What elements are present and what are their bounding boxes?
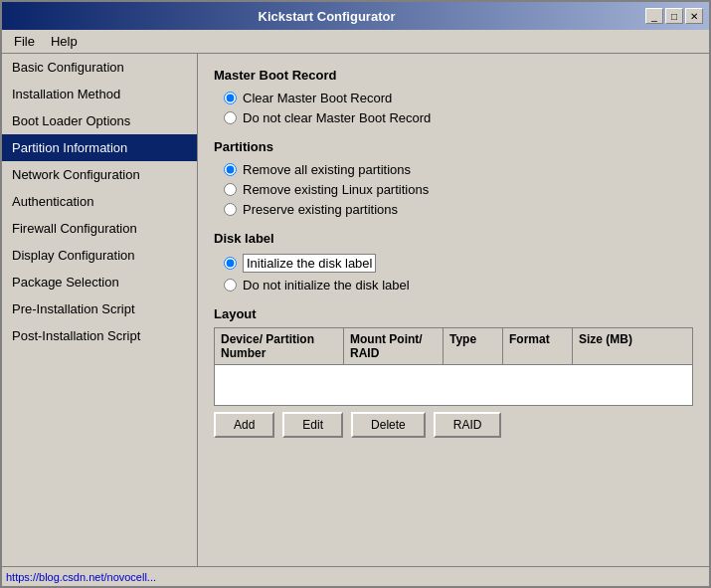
sidebar-item-partition-information[interactable]: Partition Information <box>2 134 197 161</box>
mbr-option1-label: Clear Master Boot Record <box>243 91 392 105</box>
main-window: Kickstart Configurator _ □ ✕ File Help B… <box>0 0 711 588</box>
raid-button[interactable]: RAID <box>434 412 502 438</box>
table-header: Device/ Partition Number Mount Point/ RA… <box>215 328 692 365</box>
minimize-button[interactable]: _ <box>645 8 663 24</box>
disk-radio-init[interactable] <box>224 257 237 270</box>
part-radio-remove-linux[interactable] <box>224 183 237 196</box>
edit-button[interactable]: Edit <box>282 412 343 438</box>
disk-option2-row[interactable]: Do not initialize the disk label <box>224 278 693 293</box>
menu-bar: File Help <box>2 30 709 54</box>
disk-label-section: Disk label Initialize the disk label Do … <box>214 231 693 293</box>
title-bar: Kickstart Configurator _ □ ✕ <box>2 2 709 30</box>
mbr-option2-label: Do not clear Master Boot Record <box>243 110 431 125</box>
table-body <box>215 365 692 405</box>
sidebar-item-firewall-configuration[interactable]: Firewall Configuration <box>2 215 197 242</box>
layout-title: Layout <box>214 306 693 321</box>
disk-option1-label: Initialize the disk label <box>243 254 376 273</box>
table-col-device: Device/ Partition Number <box>215 328 344 364</box>
mbr-radio-no-clear[interactable] <box>224 111 237 124</box>
sidebar-item-boot-loader-options[interactable]: Boot Loader Options <box>2 107 197 134</box>
window-title: Kickstart Configurator <box>8 9 645 24</box>
part-option2-row[interactable]: Remove existing Linux partitions <box>224 182 693 197</box>
sidebar-item-post-installation-script[interactable]: Post-Installation Script <box>2 322 197 349</box>
sidebar-item-network-configuration[interactable]: Network Configuration <box>2 161 197 188</box>
mbr-option2-row[interactable]: Do not clear Master Boot Record <box>224 110 693 125</box>
table-col-type: Type <box>444 328 503 364</box>
layout-table: Device/ Partition Number Mount Point/ RA… <box>214 327 693 406</box>
close-button[interactable]: ✕ <box>685 8 703 24</box>
mbr-title: Master Boot Record <box>214 68 693 83</box>
layout-section: Layout Device/ Partition Number Mount Po… <box>214 306 693 438</box>
status-bar: https://blog.csdn.net/novocell... <box>2 566 709 586</box>
sidebar-item-authentication[interactable]: Authentication <box>2 188 197 215</box>
add-button[interactable]: Add <box>214 412 274 438</box>
menu-file[interactable]: File <box>6 32 43 51</box>
sidebar: Basic Configuration Installation Method … <box>2 54 198 566</box>
table-col-size: Size (MB) <box>573 328 652 364</box>
part-option1-row[interactable]: Remove all existing partitions <box>224 162 693 177</box>
part-radio-remove-all[interactable] <box>224 163 237 176</box>
part-option2-label: Remove existing Linux partitions <box>243 182 429 197</box>
partitions-radio-group: Remove all existing partitions Remove ex… <box>224 162 693 217</box>
sidebar-item-installation-method[interactable]: Installation Method <box>2 81 197 107</box>
mbr-section: Master Boot Record Clear Master Boot Rec… <box>214 68 693 125</box>
mbr-radio-clear[interactable] <box>224 92 237 104</box>
part-option3-label: Preserve existing partitions <box>243 202 398 217</box>
mbr-radio-group: Clear Master Boot Record Do not clear Ma… <box>224 91 693 125</box>
sidebar-item-pre-installation-script[interactable]: Pre-Installation Script <box>2 295 197 322</box>
sidebar-item-basic-configuration[interactable]: Basic Configuration <box>2 54 197 81</box>
main-panel: Master Boot Record Clear Master Boot Rec… <box>198 54 709 566</box>
partitions-title: Partitions <box>214 139 693 154</box>
partitions-section: Partitions Remove all existing partition… <box>214 139 693 217</box>
disk-label-radio-group: Initialize the disk label Do not initial… <box>224 254 693 293</box>
disk-radio-no-init[interactable] <box>224 279 237 292</box>
part-radio-preserve[interactable] <box>224 203 237 216</box>
part-option3-row[interactable]: Preserve existing partitions <box>224 202 693 217</box>
table-col-mount: Mount Point/ RAID <box>344 328 444 364</box>
sidebar-item-package-selection[interactable]: Package Selection <box>2 269 197 295</box>
part-option1-label: Remove all existing partitions <box>243 162 411 177</box>
menu-help[interactable]: Help <box>43 32 86 51</box>
disk-label-title: Disk label <box>214 231 693 246</box>
maximize-button[interactable]: □ <box>665 8 683 24</box>
delete-button[interactable]: Delete <box>351 412 426 438</box>
disk-option2-label: Do not initialize the disk label <box>243 278 410 293</box>
sidebar-item-display-configuration[interactable]: Display Configuration <box>2 242 197 269</box>
table-col-format: Format <box>503 328 573 364</box>
table-button-row: Add Edit Delete RAID <box>214 412 693 438</box>
status-url: https://blog.csdn.net/novocell... <box>6 571 156 583</box>
title-bar-buttons: _ □ ✕ <box>645 8 703 24</box>
content-area: Basic Configuration Installation Method … <box>2 54 709 566</box>
mbr-option1-row[interactable]: Clear Master Boot Record <box>224 91 693 105</box>
disk-option1-row[interactable]: Initialize the disk label <box>224 254 693 273</box>
